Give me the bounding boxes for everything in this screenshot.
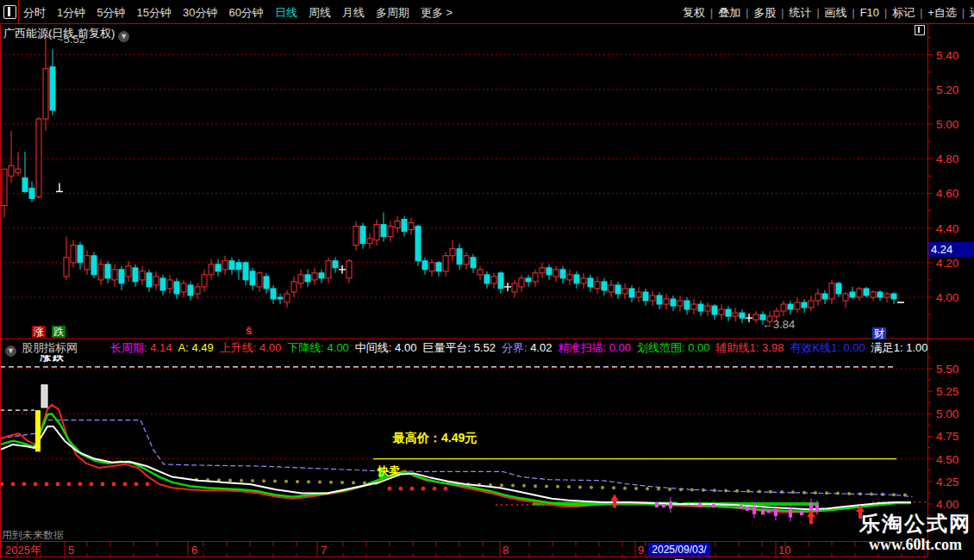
indicator-title: 股朋指标网 bbox=[22, 341, 78, 354]
svg-text:5.25: 5.25 bbox=[936, 385, 958, 398]
svg-text:4.00: 4.00 bbox=[936, 291, 958, 304]
indicator-param-bar: 长周期: 4.14A: 4.49上升线: 4.00下降线: 4.00中间线: 4… bbox=[110, 341, 927, 355]
badge-跌: 跌 bbox=[52, 326, 66, 338]
menu-item-1分钟[interactable]: 1分钟 bbox=[57, 1, 85, 24]
tool-button-统计[interactable]: 统计 bbox=[784, 1, 816, 24]
param-精准扫描: 精准扫描: 0.00 bbox=[559, 341, 632, 354]
tools-menu: 复权|叠加|多股|统计|画线|F10|标记|+自选|返回 bbox=[677, 0, 974, 23]
menu-item-月线[interactable]: 月线 bbox=[342, 1, 365, 24]
date-label-8: 8 bbox=[503, 544, 509, 557]
tool-button-叠加[interactable]: 叠加 bbox=[713, 1, 746, 24]
svg-text:4.80: 4.80 bbox=[936, 152, 958, 165]
svg-text:5.40: 5.40 bbox=[936, 49, 958, 62]
last-price-box: 4.24 bbox=[928, 242, 974, 257]
svg-text:4.75: 4.75 bbox=[936, 430, 958, 443]
svg-text:4.00: 4.00 bbox=[936, 498, 958, 511]
menu-separator-line bbox=[18, 0, 19, 23]
menu-item-15分钟[interactable]: 15分钟 bbox=[136, 1, 171, 24]
menu-item-多周期[interactable]: 多周期 bbox=[376, 1, 409, 24]
date-label-2025年: 2025年 bbox=[5, 544, 41, 557]
svg-text:5.50: 5.50 bbox=[936, 363, 958, 376]
param-辅助线1: 辅助线1: 3.98 bbox=[716, 341, 784, 354]
badge-财[interactable]: 财 bbox=[872, 327, 886, 339]
watermark: 乐淘公式网 www.60lt.com bbox=[857, 511, 974, 553]
sell-signal-mark: ŝ bbox=[246, 324, 252, 337]
svg-text:4.40: 4.40 bbox=[936, 222, 958, 235]
param-满足1: 满足1: 1.00 bbox=[871, 341, 927, 354]
svg-text:5.00: 5.00 bbox=[936, 408, 958, 420]
date-label-6: 6 bbox=[191, 544, 197, 557]
menu-item-5分钟[interactable]: 5分钟 bbox=[97, 1, 125, 24]
param-下降线: 下降线: 4.00 bbox=[287, 341, 349, 354]
svg-text:←3.84: ←3.84 bbox=[762, 318, 795, 331]
svg-text:4.25: 4.25 bbox=[936, 476, 958, 488]
date-label-9: 9 bbox=[638, 544, 644, 557]
param-巨量平台: 巨量平台: 5.52 bbox=[422, 341, 496, 354]
pane-split-icon[interactable] bbox=[915, 25, 925, 35]
selected-date-highlight: 2025/09/03/三 bbox=[648, 543, 710, 557]
param-A: A: 4.49 bbox=[178, 341, 214, 354]
svg-text:5.20: 5.20 bbox=[936, 84, 958, 96]
top-menu-bar: 分时1分钟5分钟15分钟30分钟60分钟日线周线月线多周期更多 > 复权|叠加|… bbox=[0, 0, 974, 23]
tool-button-F10[interactable]: F10 bbox=[855, 1, 884, 24]
tool-button-+自选[interactable]: +自选 bbox=[922, 1, 962, 24]
param-长周期: 长周期: 4.14 bbox=[110, 341, 172, 354]
menu-item-分时[interactable]: 分时 bbox=[23, 1, 46, 24]
param-中间线: 中间线: 4.00 bbox=[355, 341, 417, 354]
date-label-5: 5 bbox=[68, 544, 74, 557]
tool-button-标记[interactable]: 标记 bbox=[887, 1, 920, 24]
watermark-site-name: 乐淘公式网 bbox=[857, 511, 974, 537]
future-data-warning: 用到未来数据 bbox=[2, 528, 64, 543]
svg-text:快卖: 快卖 bbox=[377, 464, 400, 477]
watermark-url: www.60lt.com bbox=[857, 537, 974, 553]
svg-text:5.00: 5.00 bbox=[936, 118, 958, 131]
svg-text:4.20: 4.20 bbox=[936, 257, 958, 270]
layout-split-icon[interactable] bbox=[3, 5, 16, 19]
clipped-signal-label: 涨跌 bbox=[40, 355, 69, 364]
date-label-7: 7 bbox=[321, 544, 327, 557]
param-有效K线1: 有效K线1: 0.00 bbox=[790, 341, 865, 354]
badge-涨: 涨 bbox=[32, 326, 46, 338]
svg-text:4.60: 4.60 bbox=[936, 187, 958, 200]
param-上升线: 上升线: 4.00 bbox=[220, 341, 282, 354]
chevron-down-icon[interactable]: ▼ bbox=[5, 345, 16, 357]
tool-button-画线[interactable]: 画线 bbox=[820, 1, 852, 24]
menu-item-30分钟[interactable]: 30分钟 bbox=[183, 1, 217, 24]
period-menu: 分时1分钟5分钟15分钟30分钟60分钟日线周线月线多周期更多 > bbox=[23, 0, 464, 23]
chart-canvas: ~5.52←3.84最高价：4.49元快卖5.405.205.004.804.6… bbox=[0, 0, 974, 560]
menu-item-周线[interactable]: 周线 bbox=[309, 1, 331, 24]
tool-button-返回[interactable]: 返回 bbox=[965, 1, 974, 24]
stock-title: 广西能源(日线.前复权) bbox=[3, 27, 115, 40]
menu-item-更多 >[interactable]: 更多 > bbox=[421, 1, 453, 24]
indicator-header: ▼股朋指标网 bbox=[5, 341, 78, 354]
svg-text:4.50: 4.50 bbox=[936, 453, 958, 466]
chevron-down-icon[interactable]: ▼ bbox=[118, 31, 129, 42]
param-划线范围: 划线范围: 0.00 bbox=[637, 341, 710, 354]
tool-button-多股[interactable]: 多股 bbox=[748, 1, 781, 24]
svg-text:最高价：4.49元: 最高价：4.49元 bbox=[392, 431, 477, 445]
param-分界: 分界: 4.02 bbox=[502, 341, 553, 354]
app-window: ~5.52←3.84最高价：4.49元快卖5.405.205.004.804.6… bbox=[0, 0, 974, 560]
menu-item-日线[interactable]: 日线 bbox=[275, 1, 297, 24]
date-label-10: 10 bbox=[778, 544, 790, 557]
tool-button-复权[interactable]: 复权 bbox=[677, 1, 710, 24]
menu-item-60分钟[interactable]: 60分钟 bbox=[228, 1, 263, 24]
chart-title-row: 广西能源(日线.前复权)▼ bbox=[3, 26, 129, 42]
